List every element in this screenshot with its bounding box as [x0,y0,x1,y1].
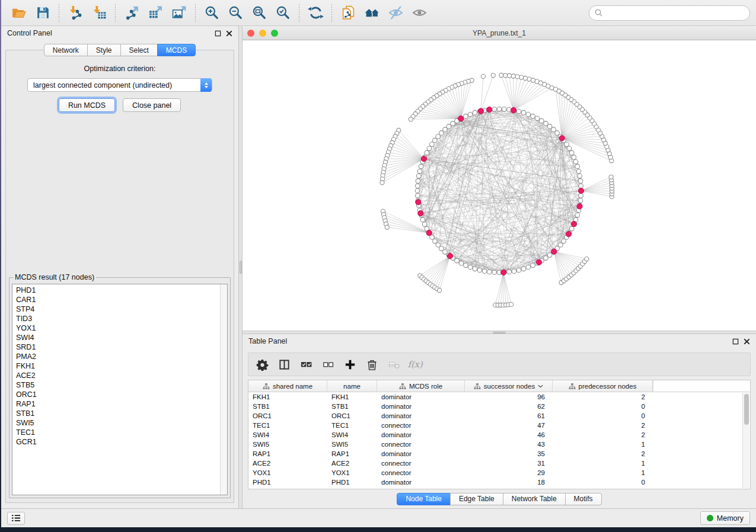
network-node[interactable] [417,174,422,178]
network-node[interactable] [436,134,441,139]
network-node[interactable] [569,226,574,231]
duplicate-network-button[interactable] [336,3,360,23]
table-scrollbar[interactable] [742,393,749,488]
create-column-button[interactable] [341,355,359,373]
show-all-button[interactable] [407,3,431,23]
network-node[interactable] [575,213,580,217]
deselect-all-columns-button[interactable] [319,355,337,373]
mcds-result-item[interactable]: STB5 [14,380,219,390]
run-mcds-button[interactable]: Run MCDS [59,98,115,112]
column-header-successor-nodes[interactable]: successor nodes [465,380,553,392]
network-node[interactable] [415,188,420,193]
tab-select[interactable]: Select [120,44,158,56]
network-node[interactable] [419,164,423,169]
table-settings-button[interactable] [253,355,271,373]
network-node[interactable] [455,258,460,263]
network-node[interactable] [540,118,544,123]
toggle-column-panel-button[interactable] [275,355,293,373]
tab-style[interactable]: Style [87,44,121,56]
tab-motifs[interactable]: Motifs [565,493,602,505]
network-node[interactable] [433,138,438,143]
satellite-node[interactable] [491,73,495,78]
network-node[interactable] [512,269,516,274]
network-node[interactable] [492,107,497,112]
network-titlebar[interactable]: YPA_prune.txt_1 [243,26,756,40]
horizontal-splitter[interactable] [243,331,756,334]
mcds-hub-node[interactable] [421,156,426,162]
network-node[interactable] [521,110,526,115]
scrollbar-thumb[interactable] [744,394,749,425]
satellite-node[interactable] [499,73,503,77]
mcds-hub-node[interactable] [566,232,571,237]
network-node[interactable] [443,250,448,255]
network-node[interactable] [572,155,576,160]
network-node[interactable] [564,142,569,147]
tab-network-table[interactable]: Network Table [503,493,566,505]
network-canvas[interactable] [243,40,756,330]
network-node[interactable] [555,131,560,136]
network-node[interactable] [502,107,507,112]
satellite-node[interactable] [509,302,513,306]
mcds-hub-node[interactable] [559,136,564,141]
network-node[interactable] [516,268,521,273]
network-node[interactable] [573,159,578,164]
network-node[interactable] [416,184,420,188]
table-row[interactable]: SWI4SWI4dominator462 [248,430,750,440]
network-node[interactable] [446,124,451,129]
delete-columns-button[interactable] [363,355,381,373]
tab-mcds[interactable]: MCDS [157,44,196,56]
network-node[interactable] [416,194,420,198]
export-network-button[interactable] [120,3,143,23]
criterion-select[interactable]: largest connected component (undirected) [27,78,212,92]
network-node[interactable] [420,217,425,222]
network-node[interactable] [578,174,582,178]
search-input[interactable] [606,9,745,17]
network-node[interactable] [507,270,512,274]
table-row[interactable]: TEC1TEC1connector472 [248,421,750,430]
network-node[interactable] [427,146,432,151]
import-network-button[interactable] [63,3,87,23]
save-session-button[interactable] [31,3,55,23]
mcds-hub-node[interactable] [418,210,423,216]
network-node[interactable] [497,107,502,111]
network-node[interactable] [492,270,497,275]
close-panel-icon[interactable] [744,338,750,345]
network-node[interactable] [468,112,473,117]
mcds-result-item[interactable]: ORC1 [14,390,219,399]
network-node[interactable] [578,198,583,203]
zoom-out-button[interactable] [224,3,247,23]
network-node[interactable] [516,109,521,114]
network-node[interactable] [482,269,487,274]
table-row[interactable]: YOX1YOX1connector291 [248,468,750,477]
mcds-result-item[interactable]: TID3 [14,314,219,323]
mcds-hub-node[interactable] [458,116,464,121]
mcds-hub-node[interactable] [572,222,577,227]
table-row[interactable]: ORC1ORC1dominator610 [248,411,750,421]
network-node[interactable] [433,239,438,243]
table-row[interactable]: RAP1RAP1dominator352 [248,449,750,459]
mcds-result-item[interactable]: STP4 [14,305,219,314]
network-node[interactable] [567,146,572,151]
list-scrollbar[interactable] [220,284,227,495]
mcds-result-item[interactable]: SRD1 [14,342,219,352]
mcds-result-item[interactable]: RAP1 [14,399,219,409]
column-header-predecessor-nodes[interactable]: predecessor nodes [553,380,653,392]
mcds-result-list[interactable]: PHD1CAR1STP4TID3YOX1SWI4SRD1PMA2FKH1ACE2… [12,284,228,495]
network-node[interactable] [487,270,492,274]
splitter-grip[interactable] [493,332,506,334]
network-node[interactable] [443,127,448,132]
network-node[interactable] [459,261,464,265]
network-node[interactable] [576,169,581,174]
network-node[interactable] [544,121,548,126]
network-node[interactable] [473,110,477,115]
mcds-result-item[interactable]: GCR1 [14,437,219,447]
search-box[interactable] [589,5,750,21]
network-node[interactable] [425,150,429,155]
satellite-node[interactable] [438,288,442,292]
table-row[interactable]: PHD1PHD1dominator180 [248,477,750,487]
mcds-result-item[interactable]: STB1 [14,409,219,418]
network-node[interactable] [531,263,535,268]
mcds-result-item[interactable]: YOX1 [14,323,219,333]
network-node[interactable] [464,263,468,268]
close-panel-button[interactable]: Close panel [123,98,181,112]
